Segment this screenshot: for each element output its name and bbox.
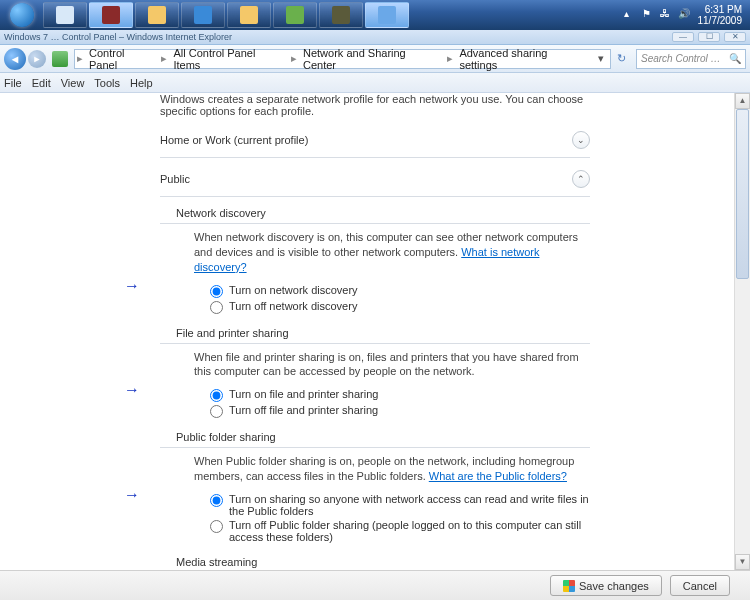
taskbar-item[interactable]: [227, 2, 271, 28]
taskbar-item[interactable]: [273, 2, 317, 28]
radio-pfs-off[interactable]: Turn off Public folder sharing (people l…: [210, 518, 590, 544]
minimize-button[interactable]: —: [672, 32, 694, 42]
msn-icon: [286, 6, 304, 24]
control-panel-icon: [378, 6, 396, 24]
divider: [160, 196, 590, 197]
radio-fps-off[interactable]: Turn off file and printer sharing: [210, 403, 590, 419]
divider: [160, 447, 590, 448]
profile-label: Public: [160, 173, 572, 185]
network-icon[interactable]: 🖧: [660, 8, 674, 22]
taskbar-item[interactable]: [43, 2, 87, 28]
radio-nd-off[interactable]: Turn off network discovery: [210, 299, 590, 315]
refresh-button[interactable]: ↻: [613, 52, 630, 65]
search-placeholder: Search Control …: [641, 53, 720, 64]
content-area: Windows creates a separate network profi…: [0, 93, 750, 570]
chevron-down-icon[interactable]: ⌄: [572, 131, 590, 149]
cancel-button[interactable]: Cancel: [670, 575, 730, 596]
radio-pfs-on[interactable]: Turn on sharing so anyone with network a…: [210, 492, 590, 518]
annotation-arrow-icon: →: [124, 381, 140, 399]
windows-orb-icon: [10, 3, 34, 27]
control-panel-icon: [52, 51, 68, 67]
recycle-bin-icon: [56, 6, 74, 24]
chevron-right-icon: ▸: [159, 52, 169, 65]
chevron-right-icon: ▸: [289, 52, 299, 65]
divider: [160, 343, 590, 344]
clock[interactable]: 6:31 PM 11/7/2009: [698, 4, 743, 26]
divider: [160, 157, 590, 158]
breadcrumb-dropdown[interactable]: ▾: [592, 52, 610, 65]
profile-label: Home or Work (current profile): [160, 134, 572, 146]
section-desc: When file and printer sharing is on, fil…: [160, 350, 590, 384]
section-desc: When network discovery is on, this compu…: [160, 230, 590, 279]
section-file-printer-sharing: File and printer sharing: [160, 317, 590, 341]
menu-tools[interactable]: Tools: [94, 77, 120, 89]
taskbar-item[interactable]: [135, 2, 179, 28]
section-public-folder-sharing: Public folder sharing: [160, 421, 590, 445]
taskbar-item[interactable]: [181, 2, 225, 28]
save-changes-button[interactable]: Save changes: [550, 575, 662, 596]
date-label: 11/7/2009: [698, 15, 743, 26]
menu-edit[interactable]: Edit: [32, 77, 51, 89]
radio-fps-on[interactable]: Turn on file and printer sharing: [210, 387, 590, 403]
taskbar-item[interactable]: [89, 2, 133, 28]
flag-icon[interactable]: ⚑: [642, 8, 656, 22]
scroll-thumb[interactable]: [736, 109, 749, 279]
forward-button[interactable]: ►: [28, 50, 46, 68]
vertical-scrollbar[interactable]: ▲ ▼: [734, 93, 750, 570]
show-hidden-icon[interactable]: ▴: [624, 8, 638, 22]
menu-bar: File Edit View Tools Help: [0, 73, 750, 93]
chevron-up-icon[interactable]: ⌃: [572, 170, 590, 188]
breadcrumb-item[interactable]: Advanced sharing settings: [455, 47, 592, 71]
breadcrumb-item[interactable]: All Control Panel Items: [169, 47, 289, 71]
taskbar-item[interactable]: [319, 2, 363, 28]
close-button[interactable]: ✕: [724, 32, 746, 42]
back-button[interactable]: ◄: [4, 48, 26, 70]
divider: [160, 223, 590, 224]
time-label: 6:31 PM: [698, 4, 743, 15]
breadcrumb-item[interactable]: Control Panel: [85, 47, 159, 71]
shield-icon: [563, 580, 575, 592]
explorer-icon: [148, 6, 166, 24]
window-titlebar: Windows 7 … Control Panel – Windows Inte…: [0, 30, 750, 45]
scroll-up-button[interactable]: ▲: [735, 93, 750, 109]
app-icon: [332, 6, 350, 24]
menu-view[interactable]: View: [61, 77, 85, 89]
ie-icon: [194, 6, 212, 24]
annotation-arrow-icon: →: [124, 277, 140, 295]
profile-public[interactable]: Public ⌃: [160, 164, 590, 194]
menu-file[interactable]: File: [4, 77, 22, 89]
taskbar-item[interactable]: [365, 2, 409, 28]
radio-nd-on[interactable]: Turn on network discovery: [210, 283, 590, 299]
search-icon: 🔍: [729, 53, 741, 64]
breadcrumb[interactable]: ▸ Control Panel ▸ All Control Panel Item…: [74, 49, 611, 69]
link-what-are-public-folders[interactable]: What are the Public folders?: [429, 470, 567, 482]
section-network-discovery: Network discovery: [160, 203, 590, 221]
chevron-right-icon: ▸: [75, 52, 85, 65]
menu-help[interactable]: Help: [130, 77, 153, 89]
chevron-right-icon: ▸: [445, 52, 455, 65]
system-tray: ▴ ⚑ 🖧 🔊 6:31 PM 11/7/2009: [624, 4, 749, 26]
taskbar: ▴ ⚑ 🖧 🔊 6:31 PM 11/7/2009: [0, 0, 750, 30]
scroll-down-button[interactable]: ▼: [735, 554, 750, 570]
search-input[interactable]: Search Control … 🔍: [636, 49, 746, 69]
maximize-button[interactable]: ☐: [698, 32, 720, 42]
annotation-arrow-icon: →: [124, 486, 140, 504]
start-button[interactable]: [2, 0, 42, 30]
folder-icon: [240, 6, 258, 24]
breadcrumb-item[interactable]: Network and Sharing Center: [299, 47, 445, 71]
intro-text: Windows creates a separate network profi…: [160, 93, 590, 125]
button-bar: Save changes Cancel: [0, 570, 750, 600]
profile-home-work[interactable]: Home or Work (current profile) ⌄: [160, 125, 590, 155]
section-media-streaming: Media streaming: [160, 546, 590, 570]
nav-bar: ◄ ► ▸ Control Panel ▸ All Control Panel …: [0, 45, 750, 73]
window-title: Windows 7 … Control Panel – Windows Inte…: [4, 32, 232, 42]
app-icon: [102, 6, 120, 24]
section-desc: When Public folder sharing is on, people…: [160, 454, 590, 488]
volume-icon[interactable]: 🔊: [678, 8, 692, 22]
